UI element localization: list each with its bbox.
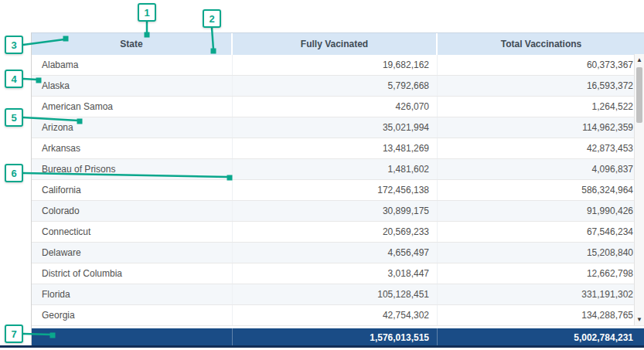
- summary-state-cell: [32, 328, 233, 346]
- cell-state: Alabama: [32, 55, 233, 75]
- chevron-down-icon: ▼: [636, 316, 642, 323]
- cell-fully-vaccinated: 1,481,602: [233, 159, 438, 179]
- cell-state: Arkansas: [32, 138, 233, 158]
- cell-fully-vaccinated: 19,682,162: [233, 55, 438, 75]
- callout-2: 2: [203, 9, 221, 28]
- cell-state: Colorado: [32, 201, 233, 221]
- table-row[interactable]: Florida 105,128,451 331,191,302: [32, 284, 644, 305]
- vertical-scrollbar[interactable]: ▲ ▼: [634, 54, 644, 325]
- scroll-down-button[interactable]: ▼: [635, 314, 644, 325]
- cell-fully-vaccinated: 426,070: [233, 97, 438, 117]
- table-row[interactable]: Colorado 30,899,175 91,990,426: [32, 201, 644, 222]
- cell-fully-vaccinated: 172,456,138: [233, 180, 438, 200]
- callout-6: 6: [5, 164, 23, 182]
- summary-total-vaccinations: 5,002,784,231: [438, 328, 644, 346]
- attribute-table: State Fully Vacinated Total Vaccinations…: [31, 32, 644, 346]
- table-body: Alabama 19,682,162 60,373,367 Alaska 5,7…: [32, 55, 644, 326]
- cell-fully-vaccinated: 35,021,994: [233, 117, 438, 138]
- summary-row: 1,576,013,515 5,002,784,231: [32, 328, 644, 346]
- cell-state: Georgia: [32, 305, 233, 325]
- cell-total-vaccinations: 134,288,765: [438, 305, 644, 325]
- table-row[interactable]: Delaware 4,656,497 15,208,840: [32, 243, 644, 263]
- cell-state: Florida: [32, 284, 233, 304]
- cell-fully-vaccinated: 105,128,451: [233, 284, 438, 304]
- cell-state: Connecticut: [32, 222, 233, 242]
- callout-3: 3: [5, 36, 23, 54]
- cell-total-vaccinations: 16,593,372: [438, 76, 644, 96]
- table-row[interactable]: Connecticut 20,569,233 67,546,234: [32, 222, 644, 243]
- cell-fully-vaccinated: 20,569,233: [233, 222, 438, 242]
- cell-state: Alaska: [32, 76, 233, 96]
- table-row[interactable]: District of Columbia 3,018,447 12,662,79…: [32, 263, 644, 284]
- scrollbar-thumb[interactable]: [636, 67, 642, 123]
- cell-fully-vaccinated: 4,656,497: [233, 243, 438, 263]
- table-row[interactable]: Arkansas 13,481,269 42,873,453: [32, 138, 644, 159]
- cell-fully-vaccinated: 42,754,302: [233, 305, 438, 325]
- cell-fully-vaccinated: 5,792,668: [233, 76, 438, 96]
- scroll-up-button[interactable]: ▲: [635, 55, 644, 65]
- cell-total-vaccinations: 42,873,453: [438, 138, 644, 158]
- cell-total-vaccinations: 331,191,302: [438, 284, 644, 304]
- cell-state: American Samoa: [32, 97, 233, 117]
- table-row[interactable]: California 172,456,138 586,324,964: [32, 180, 644, 201]
- callout-7: 7: [5, 325, 23, 343]
- cell-total-vaccinations: 12,662,798: [438, 263, 644, 284]
- table-row[interactable]: Alabama 19,682,162 60,373,367: [32, 55, 644, 76]
- table-row[interactable]: Arizona 35,021,994 114,962,359: [32, 117, 644, 138]
- table-row[interactable]: Bureau of Prisons 1,481,602 4,096,837: [32, 159, 644, 180]
- table-row[interactable]: American Samoa 426,070 1,264,522: [32, 97, 644, 117]
- cell-total-vaccinations: 114,962,359: [438, 117, 644, 138]
- cell-total-vaccinations: 586,324,964: [438, 180, 644, 200]
- cell-total-vaccinations: 60,373,367: [438, 55, 644, 75]
- cell-state: District of Columbia: [32, 263, 233, 284]
- cell-state: Arizona: [32, 117, 233, 138]
- cell-fully-vaccinated: 30,899,175: [233, 201, 438, 221]
- callout-1: 1: [138, 3, 156, 22]
- callout-5: 5: [5, 108, 23, 127]
- column-header-total-vaccinations[interactable]: Total Vaccinations: [438, 33, 644, 55]
- table-row[interactable]: Alaska 5,792,668 16,593,372: [32, 76, 644, 97]
- table-header-row: State Fully Vacinated Total Vaccinations: [32, 33, 644, 55]
- cell-total-vaccinations: 67,546,234: [438, 222, 644, 242]
- cell-total-vaccinations: 91,990,426: [438, 201, 644, 221]
- cell-state: Bureau of Prisons: [32, 159, 233, 179]
- column-header-fully-vaccinated[interactable]: Fully Vacinated: [233, 33, 438, 55]
- chevron-up-icon: ▲: [636, 56, 642, 63]
- screenshot-root: State Fully Vacinated Total Vaccinations…: [0, 0, 644, 350]
- table-row[interactable]: Georgia 42,754,302 134,288,765: [32, 305, 644, 326]
- cell-total-vaccinations: 1,264,522: [438, 97, 644, 117]
- widget-bottom-border: [0, 345, 644, 348]
- callout-4: 4: [5, 70, 23, 88]
- cell-fully-vaccinated: 3,018,447: [233, 263, 438, 284]
- summary-fully-vaccinated: 1,576,013,515: [233, 328, 438, 346]
- cell-state: California: [32, 180, 233, 200]
- cell-total-vaccinations: 4,096,837: [438, 159, 644, 179]
- cell-state: Delaware: [32, 243, 233, 263]
- cell-fully-vaccinated: 13,481,269: [233, 138, 438, 158]
- column-header-state[interactable]: State: [32, 33, 233, 55]
- cell-total-vaccinations: 15,208,840: [438, 243, 644, 263]
